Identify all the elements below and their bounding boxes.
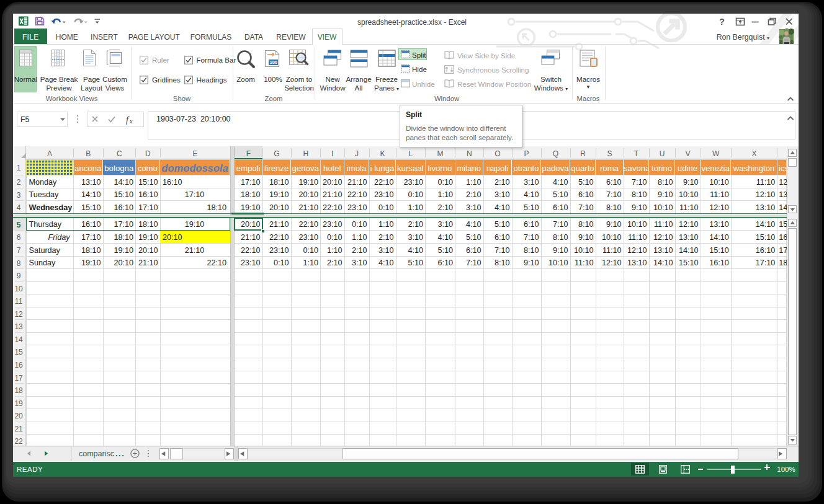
svg-text:?: ? <box>719 17 725 27</box>
svg-text:100: 100 <box>270 60 278 65</box>
svg-text:x: x <box>129 118 133 125</box>
